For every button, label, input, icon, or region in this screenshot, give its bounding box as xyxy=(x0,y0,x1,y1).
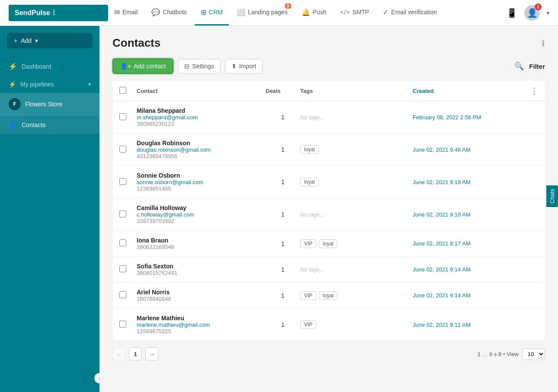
tags-cell: No tags... xyxy=(300,114,413,121)
import-button[interactable]: ⬆ Import xyxy=(225,59,263,73)
created-cell: June 02, 2021 9:48 AM xyxy=(413,147,525,153)
created-cell: June 02, 2021 9:17 AM xyxy=(413,240,525,247)
row-checkbox[interactable] xyxy=(119,178,126,185)
beta-badge: β xyxy=(285,3,291,9)
nav-item-email[interactable]: ✉ Email xyxy=(108,0,144,25)
created-cell: June 02, 2021 9:14 AM xyxy=(413,266,525,273)
chatbots-icon: 💬 xyxy=(151,8,160,16)
filter-button[interactable]: Filter xyxy=(529,63,545,70)
row-checkbox-cell xyxy=(119,265,137,274)
nav-label-landing: Landing pages xyxy=(248,9,288,16)
avatar[interactable]: 👤 1 xyxy=(524,5,540,21)
sidebar-label-dashboard: Dashboard xyxy=(22,63,51,70)
dashboard-icon: ⚡ xyxy=(9,62,17,70)
chats-tab[interactable]: Chats xyxy=(546,185,558,207)
select-all-checkbox[interactable] xyxy=(119,87,126,94)
row-checkbox-cell xyxy=(119,178,137,186)
contact-phone: 4312365478956 xyxy=(137,153,266,159)
logo[interactable]: SendPulse ⌇ xyxy=(9,5,108,21)
row-checkbox[interactable] xyxy=(119,113,126,120)
content-area: Contacts ℹ 👤+ Add contact ⊟ Settings ⬆ I… xyxy=(99,26,558,392)
no-tags: No tags... xyxy=(300,266,324,273)
nav-label-smtp: SMTP xyxy=(352,9,369,16)
avatar-chevron[interactable]: ▾ xyxy=(547,10,549,16)
contact-email: m.sheppard@gmail.com xyxy=(137,114,266,121)
add-contact-icon: 👤+ xyxy=(120,63,131,70)
toolbar-right: 🔍 Filter xyxy=(514,61,545,71)
table-row[interactable]: Milana Sheppardm.sheppard@gmail.com38098… xyxy=(112,101,545,134)
table-row[interactable]: Douglas Robinsondouglas.robinson@gmail.c… xyxy=(112,134,545,166)
nav-item-verification[interactable]: ✓ Email verification xyxy=(377,0,443,25)
email-icon: ✉ xyxy=(114,8,120,16)
deals-cell: 1 xyxy=(266,240,300,247)
sidebar-label-pipelines: My pipelines xyxy=(20,81,54,88)
nav-item-push[interactable]: 🔔 Push xyxy=(295,0,333,25)
pipelines-icon: ⚡ xyxy=(9,81,16,88)
store-letter: F xyxy=(13,101,16,107)
contact-cell: Marlene Mathieumarlene.mathieu@gmail.com… xyxy=(137,315,266,335)
add-contact-button[interactable]: 👤+ Add contact xyxy=(112,58,173,74)
row-checkbox[interactable] xyxy=(119,210,126,217)
created-cell: June 02, 2021 9:14 AM xyxy=(413,292,525,299)
search-button[interactable]: 🔍 xyxy=(514,61,524,71)
info-icon[interactable]: ℹ xyxy=(542,38,545,48)
nav-item-landing[interactable]: ⬜ Landing pages β xyxy=(231,0,294,25)
nav-label-email: Email xyxy=(122,9,138,16)
contact-cell: Sofia Sexton3808015762491 xyxy=(137,263,266,276)
logo-wave: ⌇ xyxy=(52,8,56,18)
table-row[interactable]: Iona Braun380632169548 1 VIPloyal June 0… xyxy=(112,231,545,257)
contact-phone: 380632169548 xyxy=(137,244,266,250)
deals-cell: 1 xyxy=(266,178,300,185)
row-checkbox-cell xyxy=(119,321,137,329)
nav-item-crm[interactable]: ⊞ CRM xyxy=(195,0,229,25)
row-checkbox[interactable] xyxy=(119,321,126,328)
nav-item-smtp[interactable]: </> SMTP xyxy=(334,0,375,25)
row-checkbox-cell xyxy=(119,291,137,300)
sidebar-item-dashboard[interactable]: ⚡ Dashboard xyxy=(0,57,99,76)
nav-item-chatbots[interactable]: 💬 Chatbots xyxy=(145,0,193,25)
no-tags: No tags... xyxy=(300,114,324,121)
settings-icon: ⊟ xyxy=(184,63,189,70)
row-checkbox[interactable] xyxy=(119,265,126,272)
settings-button[interactable]: ⊟ Settings xyxy=(178,59,221,73)
row-checkbox[interactable] xyxy=(119,146,126,153)
row-checkbox-cell xyxy=(119,210,137,219)
row-checkbox[interactable] xyxy=(119,291,126,298)
more-options-button[interactable]: ⋮ xyxy=(525,86,538,96)
next-page-button[interactable]: → xyxy=(145,347,158,360)
contact-cell: Milana Sheppardm.sheppard@gmail.com38098… xyxy=(137,107,266,127)
contact-phone: 339739703992 xyxy=(137,218,266,224)
sidebar-item-contacts[interactable]: 👤 Contacts xyxy=(0,115,99,134)
view-select[interactable]: 10 25 50 xyxy=(522,348,545,360)
created-cell: June 02, 2021 9:18 AM xyxy=(413,211,525,218)
row-checkbox-cell xyxy=(119,113,137,121)
sidebar-item-store[interactable]: F Flowers Store xyxy=(0,93,99,115)
th-created: Created xyxy=(413,88,525,94)
add-chevron-icon: ▾ xyxy=(35,37,38,44)
prev-page-button[interactable]: ← xyxy=(112,347,125,360)
row-checkbox[interactable] xyxy=(119,239,126,246)
tags-cell: VIP xyxy=(300,320,413,329)
main-layout: + Add ▾ ⚡ Dashboard ⚡ My pipelines ▾ F F… xyxy=(0,26,558,392)
created-cell: February 08, 2022 2:56 PM xyxy=(413,114,525,121)
nav-label-chatbots: Chatbots xyxy=(163,9,187,16)
table-row[interactable]: Sofia Sexton3808015762491 1 No tags... J… xyxy=(112,257,545,283)
contacts-table: Contact Deals Tags Created ⋮ Milana Shep… xyxy=(112,81,545,341)
table-row[interactable]: Camilla Hollowayc.holloway@gmail.com3397… xyxy=(112,198,545,231)
mobile-icon[interactable]: 📱 xyxy=(507,8,517,18)
tags-cell: loyal xyxy=(300,145,413,154)
current-page-button[interactable]: 1 xyxy=(129,347,142,360)
table-row[interactable]: Sonnie Osbornsonnie.osborn@gmail.com1236… xyxy=(112,166,545,198)
table-row[interactable]: Marlene Mathieumarlene.mathieu@gmail.com… xyxy=(112,309,545,341)
tag: VIP xyxy=(300,320,316,329)
tag: loyal xyxy=(319,239,337,248)
toolbar: 👤+ Add contact ⊟ Settings ⬆ Import 🔍 Fil… xyxy=(112,58,545,74)
contact-email: sonnie.osborn@gmail.com xyxy=(137,179,266,185)
contact-name: Camilla Holloway xyxy=(137,204,266,211)
sidebar-item-pipelines[interactable]: ⚡ My pipelines ▾ xyxy=(0,76,99,93)
add-button[interactable]: + Add ▾ xyxy=(7,33,93,48)
contact-cell: Douglas Robinsondouglas.robinson@gmail.c… xyxy=(137,140,266,159)
store-avatar: F xyxy=(9,98,21,110)
tag: loyal xyxy=(300,145,319,154)
table-row[interactable]: Ariel Norris15078840848 1 VIPloyal June … xyxy=(112,283,545,309)
